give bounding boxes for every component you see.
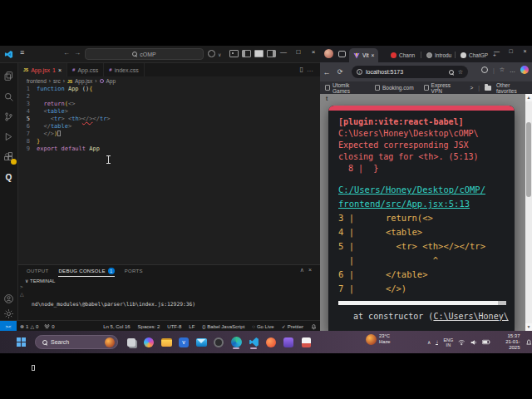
- breadcrumb-item[interactable]: frontend: [27, 78, 47, 84]
- battery-icon[interactable]: [482, 339, 490, 345]
- tab-close-icon[interactable]: ×: [371, 52, 374, 58]
- favorite-star-icon[interactable]: ☆: [458, 69, 463, 76]
- bookmarks-overflow-icon[interactable]: >: [470, 85, 474, 91]
- vite-error-overlay[interactable]: [plugin:vite:react-babel] C:\Users\Honey…: [328, 106, 515, 331]
- maximize-button[interactable]: □: [292, 48, 305, 56]
- site-info-icon[interactable]: i: [357, 69, 362, 75]
- terminal-section-header[interactable]: ∨ TERMINAL: [25, 278, 55, 283]
- close-button[interactable]: ×: [307, 48, 320, 56]
- browser-tab-chatgpt[interactable]: ChatGP: [456, 48, 492, 62]
- settings-gear-icon[interactable]: [2, 308, 15, 320]
- blue-shield-app-icon[interactable]: v: [177, 335, 190, 349]
- forward-icon[interactable]: →: [74, 49, 81, 57]
- panel-maximize-icon[interactable]: ∧: [300, 267, 308, 273]
- browser-tab-vite[interactable]: Vit ×: [349, 48, 378, 62]
- copilot-icon[interactable]: [208, 50, 215, 57]
- breadcrumb-item[interactable]: App: [106, 78, 116, 84]
- search-icon[interactable]: [2, 91, 15, 103]
- extensions-icon[interactable]: [2, 150, 15, 163]
- zoom-search-icon[interactable]: [449, 70, 454, 75]
- split-editor-icon[interactable]: ▯: [300, 66, 307, 73]
- menu-icon[interactable]: ≡: [20, 48, 24, 57]
- bookmark-booking[interactable]: Booking.com: [375, 85, 414, 91]
- more-actions-icon[interactable]: …: [307, 66, 317, 73]
- cursor-position[interactable]: Ln 5, Col 16: [103, 324, 130, 329]
- toggle-primary-sidebar-icon[interactable]: [242, 50, 251, 57]
- tab-app-css[interactable]: # App.css: [67, 63, 104, 76]
- language-indicator[interactable]: ENGIN: [443, 337, 453, 347]
- page-scrollbar[interactable]: ▲ ▼: [525, 94, 532, 331]
- copilot-app-icon[interactable]: [142, 335, 155, 349]
- ports-indicator[interactable]: 0: [44, 323, 54, 329]
- misc-light-app-icon[interactable]: [299, 335, 313, 349]
- command-search-box[interactable]: cOMP: [85, 48, 204, 60]
- panel-tab-debug-console[interactable]: DEBUG CONSOLE1: [58, 266, 114, 277]
- panel-close-icon[interactable]: ×: [308, 267, 316, 273]
- favorites-icon[interactable]: ☆: [500, 66, 505, 73]
- vscode-app-icon[interactable]: [247, 335, 260, 349]
- maximize-button[interactable]: □: [504, 46, 518, 59]
- profile-avatar[interactable]: [324, 49, 333, 58]
- tab-index-css[interactable]: # index.css: [104, 63, 145, 76]
- orange-circle-app-icon[interactable]: [264, 335, 278, 349]
- edge-icon[interactable]: [229, 335, 243, 349]
- eol[interactable]: LF: [189, 324, 195, 329]
- mail-app-icon[interactable]: [195, 335, 208, 349]
- tab-close-icon[interactable]: ×: [58, 67, 62, 73]
- scrollbar-thumb[interactable]: [526, 122, 531, 197]
- taskbar-search-box[interactable]: Search: [35, 335, 118, 349]
- notification-bell-icon[interactable]: [525, 338, 532, 347]
- chevron-right-icon[interactable]: >: [20, 283, 24, 291]
- customize-layout-icon[interactable]: [229, 50, 239, 57]
- prettier[interactable]: ✓Prettier: [282, 323, 303, 329]
- tab-actions-icon[interactable]: [338, 51, 346, 57]
- code-editor[interactable]: 1function App (){ 2 3 return(<> 4 <table…: [18, 86, 320, 264]
- purple-app-icon[interactable]: [282, 335, 295, 349]
- scroll-up-icon[interactable]: ▲: [525, 94, 532, 101]
- file-explorer-icon[interactable]: [160, 335, 173, 349]
- update-download-icon[interactable]: ↓: [436, 339, 438, 345]
- gear-dark-app-icon[interactable]: [212, 335, 225, 349]
- explorer-icon[interactable]: [2, 70, 15, 82]
- indentation[interactable]: Spaces: 2: [138, 324, 160, 329]
- tab-app-jsx[interactable]: JS App.jsx 1 ×: [18, 63, 67, 76]
- minimize-button[interactable]: —: [490, 46, 504, 59]
- other-favorites[interactable]: Other favorites: [496, 82, 527, 94]
- panel-tab-ports[interactable]: PORTS: [125, 268, 143, 273]
- error-file-link[interactable]: frontend/src/App.jsx:5:13: [338, 197, 506, 211]
- settings-more-icon[interactable]: …: [510, 67, 515, 73]
- go-live[interactable]: ◌Go Live: [252, 324, 273, 329]
- back-icon[interactable]: ←: [63, 49, 70, 57]
- bookmark-expressvpn[interactable]: Express VPN: [424, 82, 461, 94]
- close-button[interactable]: ×: [518, 46, 532, 59]
- breadcrumb-item[interactable]: src: [53, 78, 61, 84]
- overlay-horizontal-scrollbar[interactable]: [338, 301, 506, 305]
- address-bar[interactable]: i localhost:5173 ☆: [352, 66, 468, 78]
- problems-indicator[interactable]: ⊗1 △0: [20, 323, 38, 329]
- back-icon[interactable]: ←: [320, 68, 333, 76]
- volume-icon[interactable]: [470, 339, 477, 346]
- source-control-icon[interactable]: [2, 111, 15, 123]
- scroll-down-icon[interactable]: ▼: [525, 323, 532, 331]
- panel-tab-output[interactable]: OUTPUT: [27, 268, 48, 273]
- browser-tab-channel[interactable]: Chann: [387, 48, 419, 62]
- error-file-link[interactable]: C:/Users/Honey/Desktop/cOMP/: [338, 183, 506, 197]
- start-button-icon[interactable]: [17, 337, 26, 347]
- copilot-chevron-icon[interactable]: ∨: [218, 52, 221, 57]
- copilot-icon[interactable]: [520, 66, 529, 74]
- browser-tab-intro[interactable]: Introdu: [422, 48, 456, 62]
- wifi-icon[interactable]: [458, 339, 465, 346]
- browser-essentials-icon[interactable]: [481, 66, 488, 73]
- run-and-debug-icon[interactable]: [2, 131, 15, 143]
- amazon-q-icon[interactable]: Q: [2, 171, 15, 184]
- notifications-bell-icon[interactable]: [311, 323, 317, 330]
- task-view-icon[interactable]: [125, 335, 138, 349]
- toggle-panel-icon[interactable]: [254, 50, 264, 57]
- toggle-secondary-sidebar-icon[interactable]: [267, 50, 276, 57]
- stack-file-link[interactable]: C:\Users\Honey\: [433, 312, 508, 321]
- language-mode[interactable]: {}Babel JavaScript: [202, 324, 244, 329]
- minimize-button[interactable]: —: [277, 48, 290, 56]
- tray-overflow-chevron-icon[interactable]: ∧: [427, 339, 431, 345]
- bookmark-utomik[interactable]: Utomik Games: [325, 82, 365, 94]
- weather-widget[interactable]: 23°CHaze: [366, 333, 391, 345]
